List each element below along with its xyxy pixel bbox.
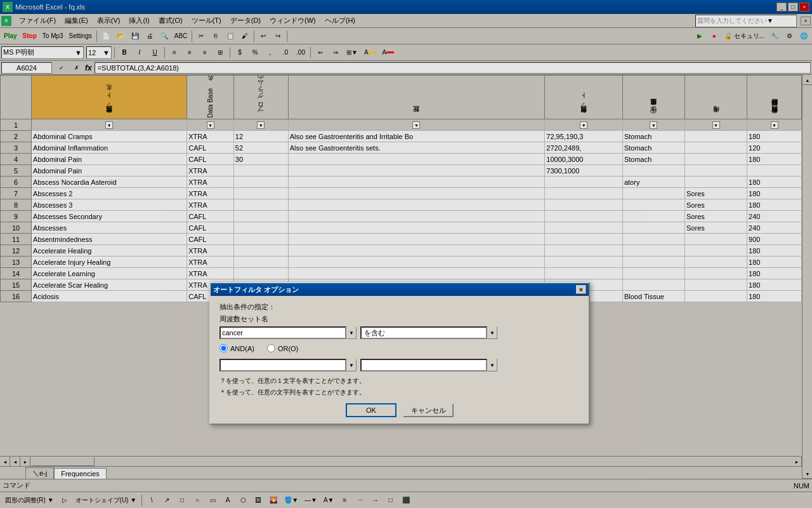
filter-input2-dropdown-btn[interactable]: ▼	[346, 359, 357, 371]
radio-row: AND(A) OR(O)	[219, 344, 580, 352]
filter-input-1[interactable]	[219, 326, 346, 339]
dialog-label: 抽出条件の指定：	[219, 302, 580, 312]
filter-condition2-dropdown-btn[interactable]: ▼	[487, 359, 497, 371]
help-text-2: ＊を使って、任意の文字列を表すことができます。	[219, 388, 580, 397]
help-text-1: ？を使って、任意の１文字を表すことができます。	[219, 377, 580, 385]
filter-condition1-dropdown-btn[interactable]: ▼	[487, 326, 497, 339]
dialog-close-btn[interactable]: ×	[576, 285, 586, 294]
input1-wrapper: ▼	[219, 326, 357, 339]
filter-input1-dropdown-btn[interactable]: ▼	[346, 326, 357, 339]
dropdown1-wrapper: を含む ▼	[360, 326, 497, 339]
modal-overlay: オートフィルタ オプション × 抽出条件の指定： 周波数セット名 ▼ を含む ▼	[0, 0, 812, 508]
dialog-titlebar: オートフィルタ オプション ×	[211, 283, 589, 296]
and-radio[interactable]	[219, 344, 228, 352]
dialog-title: オートフィルタ オプション	[213, 285, 299, 295]
autofilter-dialog: オートフィルタ オプション × 抽出条件の指定： 周波数セット名 ▼ を含む ▼	[209, 282, 590, 425]
ok-button[interactable]: OK	[346, 403, 396, 417]
cancel-button[interactable]: キャンセル	[403, 403, 454, 417]
dropdown2-wrapper: ▼	[360, 359, 497, 371]
dialog-sublabel: 周波数セット名	[219, 314, 580, 324]
filter-condition-1[interactable]: を含む	[360, 326, 487, 339]
dialog-row1: ▼ を含む ▼	[219, 326, 580, 339]
dialog-row2: ▼ ▼	[219, 359, 580, 371]
dialog-body: 抽出条件の指定： 周波数セット名 ▼ を含む ▼ AND(A)	[211, 296, 589, 424]
input2-wrapper: ▼	[219, 359, 357, 371]
dialog-buttons: OK キャンセル	[219, 403, 580, 417]
filter-input-2[interactable]	[219, 359, 346, 371]
or-radio-label[interactable]: OR(O)	[267, 344, 298, 352]
and-radio-label[interactable]: AND(A)	[219, 344, 254, 352]
filter-condition-2[interactable]	[360, 359, 487, 371]
or-radio[interactable]	[267, 344, 275, 352]
